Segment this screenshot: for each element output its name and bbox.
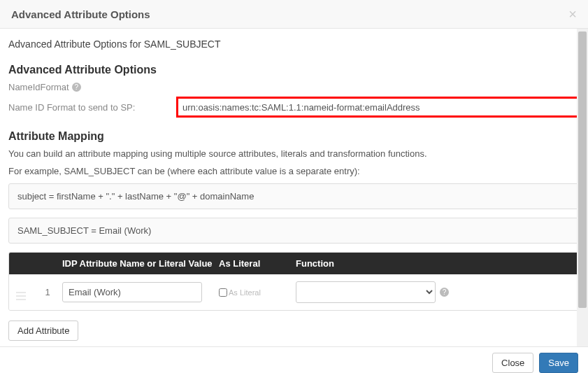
modal-title: Advanced Attribute Options bbox=[11, 8, 150, 20]
close-button[interactable]: Close bbox=[492, 353, 533, 373]
nameid-send-label: Name ID Format to send to SP: bbox=[8, 97, 169, 113]
scrollbar-thumb[interactable] bbox=[578, 31, 587, 308]
nameid-input[interactable] bbox=[182, 102, 573, 113]
modal-body: Advanced Attribute Options for SAML_SUBJ… bbox=[0, 29, 588, 346]
idp-attribute-input[interactable] bbox=[62, 282, 202, 302]
col-header-literal: As Literal bbox=[219, 258, 296, 269]
scrollbar[interactable] bbox=[577, 29, 588, 346]
mapping-table: IDP Attribute Name or Literal Value As L… bbox=[8, 252, 580, 311]
modal-header: Advanced Attribute Options × bbox=[0, 0, 588, 29]
drag-handle-icon[interactable] bbox=[16, 292, 26, 300]
save-button[interactable]: Save bbox=[539, 353, 578, 373]
table-row: 1 As Literal ? bbox=[9, 274, 579, 310]
as-literal-cell[interactable]: As Literal bbox=[219, 288, 296, 297]
col-header-name: IDP Attribute Name or Literal Value bbox=[58, 258, 219, 269]
nameid-row: Name ID Format to send to SP: bbox=[8, 97, 580, 118]
help-icon[interactable]: ? bbox=[72, 83, 81, 92]
row-index: 1 bbox=[37, 287, 58, 297]
mapping-desc-1: You can build an attribute mapping using… bbox=[8, 148, 580, 159]
close-icon[interactable]: × bbox=[568, 7, 577, 21]
example-box-2: SAML_SUBJECT = Email (Work) bbox=[8, 218, 580, 244]
section-attribute-mapping-heading: Attribute Mapping bbox=[8, 130, 580, 143]
add-attribute-button[interactable]: Add Attribute bbox=[8, 321, 78, 341]
help-icon[interactable]: ? bbox=[440, 288, 449, 297]
col-header-function: Function bbox=[296, 258, 572, 269]
mapping-desc-2: For example, SAML_SUBJECT can be (where … bbox=[8, 166, 580, 176]
mapping-table-header: IDP Attribute Name or Literal Value As L… bbox=[9, 253, 579, 274]
nameidformat-label-row: NameIdFormat ? bbox=[8, 82, 580, 92]
as-literal-checkbox[interactable] bbox=[219, 288, 227, 297]
function-select[interactable] bbox=[296, 281, 436, 303]
example-box-1: subject = firstName + "." + lastName + "… bbox=[8, 183, 580, 209]
modal-body-wrap: Advanced Attribute Options for SAML_SUBJ… bbox=[0, 29, 588, 346]
modal-footer: Close Save bbox=[0, 346, 588, 373]
page-subtitle: Advanced Attribute Options for SAML_SUBJ… bbox=[8, 38, 580, 50]
nameid-highlight bbox=[176, 97, 580, 118]
section-advanced-options-heading: Advanced Attribute Options bbox=[8, 64, 580, 76]
nameidformat-label: NameIdFormat bbox=[8, 82, 69, 92]
as-literal-label: As Literal bbox=[229, 288, 261, 297]
